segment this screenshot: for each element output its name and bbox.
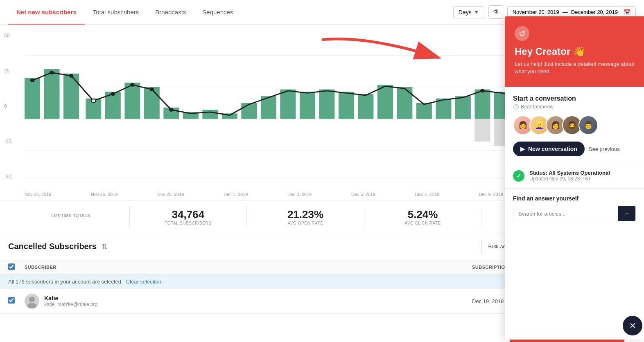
svg-point-47 xyxy=(91,99,96,103)
filter-icon: ⚗ xyxy=(493,8,499,16)
svg-point-48 xyxy=(111,92,115,96)
chevron-down-icon: ▼ xyxy=(474,9,479,15)
svg-rect-11 xyxy=(144,87,160,119)
days-dropdown-button[interactable]: Days ▼ xyxy=(453,6,484,18)
conversation-buttons: ▶ New conversation See previous xyxy=(513,142,636,156)
status-update: Updated Nov 29, 08:23 PST xyxy=(529,176,610,182)
avg-click-rate-stat: 5.24% AVG CLICK RATE xyxy=(364,208,481,225)
new-conversation-button[interactable]: ▶ New conversation xyxy=(513,142,585,156)
svg-point-52 xyxy=(480,89,485,92)
svg-rect-6 xyxy=(44,69,60,119)
help-panel: ↺ Hey Creator 👋 Let us help! Just includ… xyxy=(505,16,644,340)
select-all-checkbox[interactable] xyxy=(8,263,15,270)
close-help-button[interactable]: ✕ xyxy=(623,316,642,335)
svg-point-44 xyxy=(30,79,35,82)
tab-net-new-subscribers[interactable]: Net new subscribers xyxy=(8,0,85,25)
date-separator: — xyxy=(563,9,568,15)
main-container: Net new subscribers Total subscribers Br… xyxy=(0,0,644,342)
svg-rect-28 xyxy=(475,90,490,119)
search-section: Find an answer yourself → xyxy=(505,189,644,228)
status-section: ✓ Status: All Systems Operational Update… xyxy=(505,163,644,189)
svg-point-56 xyxy=(29,297,35,302)
tab-broadcasts[interactable]: Broadcasts xyxy=(147,0,194,25)
sort-icon[interactable]: ⇅ xyxy=(102,242,108,251)
agent-avatar-5: 👨 xyxy=(578,115,598,135)
conversation-section: Start a conversation 🕐 Back tomorrow 👩 👱… xyxy=(505,87,644,163)
arrow-right-icon: → xyxy=(624,210,630,217)
back-status: 🕐 Back tomorrow xyxy=(513,104,636,110)
help-body: Start a conversation 🕐 Back tomorrow 👩 👱… xyxy=(505,87,644,340)
subscriber-email: katie_matzke@rdale.org xyxy=(44,302,472,307)
row-checkbox-col xyxy=(8,297,25,305)
article-search-button[interactable]: → xyxy=(618,206,635,221)
status-ok-icon: ✓ xyxy=(513,170,524,182)
help-header: ↺ Hey Creator 👋 Let us help! Just includ… xyxy=(505,16,644,87)
svg-rect-24 xyxy=(397,87,412,119)
article-search-wrap: → xyxy=(513,206,636,221)
help-title: Hey Creator 👋 xyxy=(515,46,634,57)
svg-rect-36 xyxy=(475,119,490,142)
avatar xyxy=(25,294,39,308)
subscribers-dropdown-label: Cancelled Subscribers xyxy=(8,242,97,251)
svg-rect-21 xyxy=(339,92,354,119)
svg-rect-7 xyxy=(63,74,79,119)
svg-rect-16 xyxy=(241,103,257,119)
total-subscribers-stat: 34,764 TOTAL SUBSCRIBERS xyxy=(130,208,247,225)
subscriber-info: Katie katie_matzke@rdale.org xyxy=(44,295,472,307)
svg-rect-18 xyxy=(280,90,296,119)
svg-point-46 xyxy=(69,74,74,78)
help-logo: ↺ xyxy=(515,26,529,41)
lifetime-totals-section: LIFETIME TOTALS xyxy=(12,214,129,220)
svg-rect-5 xyxy=(25,78,40,119)
filter-button[interactable]: ⚗ xyxy=(488,5,503,19)
refresh-icon: ↺ xyxy=(519,29,526,38)
svg-point-50 xyxy=(149,88,154,91)
checkmark-icon: ✓ xyxy=(516,173,521,179)
svg-rect-22 xyxy=(358,94,373,119)
tab-total-subscribers[interactable]: Total subscribers xyxy=(85,0,147,25)
tab-sequences[interactable]: Sequences xyxy=(194,0,241,25)
svg-rect-27 xyxy=(455,96,471,119)
svg-rect-20 xyxy=(319,90,334,119)
svg-rect-23 xyxy=(377,85,393,119)
subscriber-column-header: SUBSCRIBER xyxy=(25,265,472,270)
avg-open-rate-stat: 21.23% AVG OPEN RATE xyxy=(247,208,364,225)
svg-rect-19 xyxy=(300,92,315,119)
article-search-input[interactable] xyxy=(513,207,618,221)
calendar-icon: 📅 xyxy=(624,9,630,16)
clock-icon: 🕐 xyxy=(513,104,519,110)
play-icon: ▶ xyxy=(520,146,525,152)
agents-avatar-row: 👩 👱‍♀️ 👩 🧔 👨 xyxy=(513,115,636,135)
select-all-checkbox-col xyxy=(8,263,25,271)
selection-text: All 176 subscribers in your account are … xyxy=(8,279,123,285)
clear-selection-link[interactable]: Clear selection xyxy=(126,279,161,285)
row-checkbox[interactable] xyxy=(8,297,15,304)
status-title: Status: All Systems Operational xyxy=(529,170,610,176)
svg-rect-25 xyxy=(416,103,432,119)
search-title: Find an answer yourself xyxy=(513,195,636,202)
subscriber-name: Katie xyxy=(44,295,472,302)
help-subtitle: Let us help! Just include a detailed mes… xyxy=(515,61,634,75)
svg-point-49 xyxy=(130,83,135,87)
svg-point-51 xyxy=(169,108,174,112)
status-info: Status: All Systems Operational Updated … xyxy=(529,170,610,182)
close-icon: ✕ xyxy=(629,322,636,330)
chart-y-labels: 50 25 0 -25 -50 xyxy=(4,33,11,180)
svg-point-45 xyxy=(50,71,54,74)
conversation-title: Start a conversation xyxy=(513,95,636,102)
see-previous-link[interactable]: See previous xyxy=(589,146,620,152)
svg-rect-14 xyxy=(202,110,218,119)
